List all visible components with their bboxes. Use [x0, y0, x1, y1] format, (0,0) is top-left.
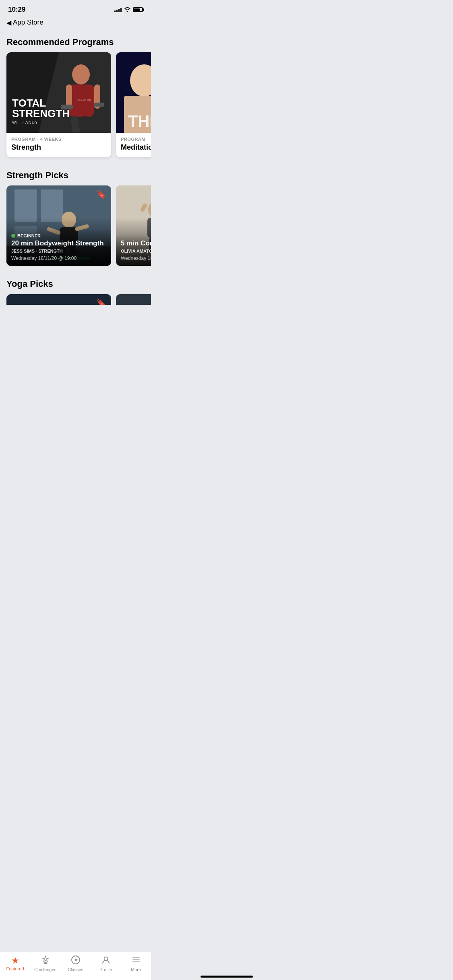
strength-picks-section: Strength Picks: [0, 164, 151, 272]
svg-point-3: [72, 64, 90, 84]
back-arrow-icon: ◀: [6, 19, 11, 27]
workout-instructor-core: OLIVIA AMATO: [121, 249, 151, 253]
level-dot: [11, 234, 15, 238]
program-card-image-meditation: THE PO: [116, 52, 151, 133]
scroll-content: Recommended Programs PELOTON: [0, 31, 151, 305]
status-icons: [114, 7, 143, 13]
status-bar: 10:29: [0, 0, 151, 16]
status-time: 10:29: [8, 6, 25, 14]
program-card-info-total-strength: PROGRAM · 4 WEEKS Strength: [6, 133, 111, 157]
yoga-card-standing[interactable]: 🔖 10 min Standing Yoga CHELSEA JACKSON R…: [6, 294, 111, 305]
workout-time-core: Wednesday 18/: [121, 255, 151, 261]
ts-title-line1: TOTAL: [12, 98, 70, 108]
program-card-total-strength[interactable]: PELOTON TOTAL STRENGTH: [6, 52, 111, 157]
workout-instructor-bodyweight: JESS SIMS · STRENGTH: [11, 249, 106, 253]
program-card-image-total-strength: PELOTON TOTAL STRENGTH: [6, 52, 111, 133]
ts-subtitle: WITH ANDY: [12, 120, 70, 125]
svg-rect-83: [116, 294, 151, 305]
workout-info-core: 5 min Core OLIVIA AMATO Wednesday 18/: [116, 235, 151, 266]
program-meta-meditation: PROGRAM: [121, 137, 151, 142]
recommended-programs-section: Recommended Programs PELOTON: [0, 31, 151, 164]
workout-title-core: 5 min Core: [121, 239, 151, 247]
ts-text-block: TOTAL STRENGTH WITH ANDY: [12, 98, 70, 125]
workout-card-bodyweight[interactable]: 🔖 BEGINNER 20 min Bodyweight Strength JE…: [6, 185, 111, 266]
yoga-bg-standing: [6, 294, 111, 305]
ts-title-line2: STRENGTH: [12, 108, 70, 119]
yoga-card-restorative[interactable]: 10 min Rest DENIS MORTON Wednesday 18/: [116, 294, 151, 305]
workout-card-core[interactable]: 5 min Core OLIVIA AMATO Wednesday 18/: [116, 185, 151, 266]
nav-back[interactable]: ◀ App Store: [0, 16, 151, 31]
program-card-info-meditation: PROGRAM Meditation: [116, 133, 151, 157]
strength-picks-row: 🔖 BEGINNER 20 min Bodyweight Strength JE…: [0, 185, 151, 272]
back-label: App Store: [13, 19, 43, 27]
signal-icon: [114, 7, 122, 12]
battery-icon: [133, 7, 143, 12]
svg-rect-74: [6, 294, 111, 305]
recommended-programs-title: Recommended Programs: [0, 31, 151, 52]
workout-info-bodyweight: BEGINNER 20 min Bodyweight Strength JESS…: [6, 229, 111, 266]
svg-rect-9: [94, 103, 104, 107]
workout-time-bodyweight: Wednesday 18/11/20 @ 19:00: [11, 255, 106, 261]
yoga-picks-title: Yoga Picks: [0, 272, 151, 294]
program-name-meditation: Meditation: [121, 143, 151, 152]
svg-text:PELOTON: PELOTON: [77, 99, 91, 101]
workout-title-bodyweight: 20 min Bodyweight Strength: [11, 239, 106, 247]
program-name-total-strength: Strength: [11, 143, 106, 152]
strength-picks-title: Strength Picks: [0, 164, 151, 185]
yoga-bg-restorative: [116, 294, 151, 305]
wifi-icon: [124, 7, 130, 13]
recommended-programs-row: PELOTON TOTAL STRENGTH: [0, 52, 151, 164]
program-meta-total-strength: PROGRAM · 4 WEEKS: [11, 137, 106, 142]
yoga-picks-section: Yoga Picks: [0, 272, 151, 305]
yoga-picks-row: 🔖 10 min Standing Yoga CHELSEA JACKSON R…: [0, 294, 151, 305]
program-card-meditation[interactable]: THE PO PROGRAM Meditation: [116, 52, 151, 157]
svg-text:THE PO: THE PO: [128, 112, 151, 130]
bookmark-icon-yoga-standing[interactable]: 🔖: [96, 298, 106, 305]
bookmark-icon-bodyweight[interactable]: 🔖: [96, 189, 106, 199]
workout-level-bodyweight: BEGINNER: [11, 233, 106, 238]
